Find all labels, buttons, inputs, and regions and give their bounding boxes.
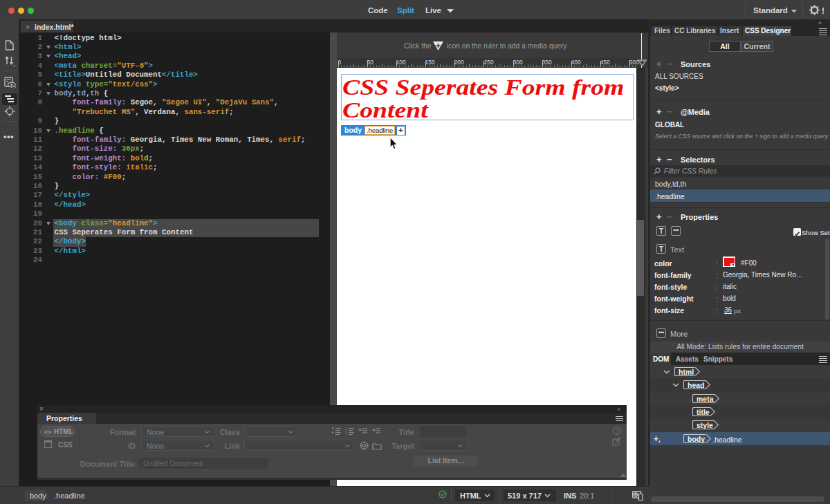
svg-text:2: 2 — [345, 431, 347, 435]
svg-text:1: 1 — [345, 427, 347, 431]
